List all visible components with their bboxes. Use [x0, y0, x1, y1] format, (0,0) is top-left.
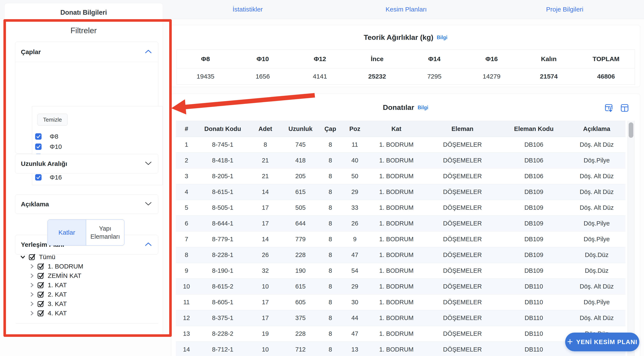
checked-checkbox[interactable] [35, 133, 42, 140]
table-row: 108-615-2106158291. BODRUMDÖŞEMELERDB110… [176, 279, 626, 295]
chevron-right-icon[interactable] [30, 273, 34, 279]
tree-row-floor[interactable]: 2. KAT [30, 290, 67, 299]
table-cell: 17 [248, 295, 282, 310]
table-cell: 1. BODRUM [368, 295, 425, 310]
new-cut-plan-button[interactable]: + YENİ KESİM PLANI [565, 333, 639, 351]
toggle-yapi-elemanlari[interactable]: Yapı Elemanları [86, 220, 124, 245]
table-cell: 190 [282, 263, 318, 279]
tree-checkbox[interactable] [38, 273, 44, 279]
tab-kesim-planlari[interactable]: Kesim Planları [386, 6, 427, 13]
chevron-up-icon [145, 242, 152, 247]
diameter-option[interactable]: Φ10 [35, 142, 62, 152]
table-scrollbar-thumb[interactable] [629, 122, 633, 138]
tree-row-root[interactable]: Tümü [20, 252, 56, 262]
table-cell: DÖŞEMELER [425, 216, 500, 231]
table-cell: DÖŞEMELER [425, 168, 500, 184]
table-row: 78-779-114779891. BODRUMDÖŞEMELERDB109Dö… [176, 231, 626, 247]
tree-checkbox[interactable] [38, 291, 44, 298]
tree-floor-label: 2. KAT [48, 291, 67, 298]
diameter-option[interactable]: Φ16 [35, 172, 62, 182]
table-cell: 1. BODRUM [368, 137, 425, 152]
rebar-column-header: Çap [318, 121, 342, 137]
tree-row-floor[interactable]: 1. BODRUM [30, 262, 83, 271]
table-cell: 8 [318, 200, 342, 215]
tree-row-floor[interactable]: 1. KAT [30, 280, 67, 290]
table-cell: 8-615-1 [197, 184, 248, 200]
tab-proje-bilgileri[interactable]: Proje Bilgileri [546, 6, 583, 13]
tree-row-floor[interactable]: 4. KAT [30, 309, 67, 318]
table-cell: Döş.Düz [568, 263, 626, 279]
table-cell: 8 [248, 137, 282, 152]
table-cell: 5 [176, 200, 197, 215]
diameter-option[interactable]: Φ8 [35, 131, 58, 142]
tree-checkbox[interactable] [38, 301, 44, 307]
weights-column-header: TOPLAM [578, 50, 635, 68]
table-cell: 26 [342, 216, 368, 231]
table-cell: 8 [318, 168, 342, 184]
chevron-right-icon[interactable] [30, 282, 34, 288]
weights-column-header: Φ10 [234, 50, 292, 68]
table-cell: 1. BODRUM [368, 153, 425, 168]
tab-istatistikler[interactable]: İstatistikler [232, 6, 263, 13]
table-cell: DÖŞEMELER [425, 295, 500, 310]
checked-checkbox[interactable] [35, 174, 42, 181]
weights-card: Teorik Ağırlıklar (kg) Bilgi Φ8Φ10Φ12İnc… [171, 25, 640, 87]
tab-donati-bilgileri[interactable]: Donatı Bilgileri [4, 9, 163, 16]
table-cell: DB106 [500, 168, 568, 184]
tree-floor-label: ZEMİN KAT [48, 272, 82, 279]
table-cell: 8 [176, 247, 197, 263]
section-aciklama[interactable]: Açıklama [15, 194, 158, 214]
table-row: 68-644-1176448261. BODRUMDÖŞEMELERDB109D… [176, 216, 626, 231]
chevron-right-icon[interactable] [30, 301, 34, 307]
clear-filters-button[interactable]: Temizle [37, 114, 68, 126]
table-cell: 30 [342, 295, 368, 310]
tree-checkbox[interactable] [38, 263, 44, 270]
section-caplar: Çaplar Temizle Φ8Φ10Φ12Φ14Φ16 [15, 42, 158, 153]
chevron-down-icon [145, 161, 152, 166]
filters-title: Filtreler [4, 26, 163, 35]
table-cell: 8-745-1 [197, 137, 248, 152]
table-cell: 8 [318, 153, 342, 168]
chevron-down-icon[interactable] [20, 254, 26, 260]
tree-checkbox[interactable] [29, 254, 36, 260]
table-cell: 11 [176, 295, 197, 310]
weights-column-header: Φ8 [177, 50, 234, 68]
table-cell: 9 [176, 263, 197, 279]
tree-checkbox[interactable] [38, 282, 44, 288]
table-export-icon[interactable] [604, 103, 614, 113]
rebar-app: İstatistikler Kesim Planları Proje Bilgi… [0, 0, 644, 356]
rebar-column-header: Açıklama [568, 121, 626, 137]
table-cell: 13 [342, 342, 368, 356]
table-cell: 8 [318, 184, 342, 200]
table-columns-icon[interactable] [620, 103, 629, 113]
tree-row-floor[interactable]: 3. KAT [30, 299, 67, 309]
table-row: 28-418-1214188401. BODRUMDÖŞEMELERDB106D… [176, 153, 626, 168]
table-cell: 13 [176, 326, 197, 342]
table-cell: 10 [248, 342, 282, 356]
table-cell: Döş. Alt Düz [568, 168, 626, 184]
chevron-right-icon[interactable] [30, 263, 34, 269]
toggle-katlar[interactable]: Katlar [48, 220, 86, 245]
tree-checkbox[interactable] [38, 310, 44, 316]
table-row: 128-375-1173758441. BODRUMDÖŞEMELERDB110… [176, 310, 626, 326]
rebar-info-link[interactable]: Bilgi [418, 105, 428, 110]
table-cell: DÖŞEMELER [425, 200, 500, 215]
section-caplar-header[interactable]: Çaplar [15, 42, 158, 62]
checked-checkbox[interactable] [35, 143, 42, 150]
tree-row-floor[interactable]: ZEMİN KAT [30, 271, 82, 280]
table-cell: 8 [318, 137, 342, 152]
table-cell: 8-190-1 [197, 263, 248, 279]
table-cell: 50 [342, 168, 368, 184]
weights-info-link[interactable]: Bilgi [437, 35, 448, 40]
table-row: 118-605-1176058301. BODRUMDÖŞEMELERDB110… [176, 295, 626, 310]
table-cell: DB106 [500, 153, 568, 168]
tree-root-label: Tümü [39, 253, 56, 261]
chevron-right-icon[interactable] [30, 310, 34, 316]
weights-value: 46806 [578, 68, 635, 84]
table-cell: 605 [282, 295, 318, 310]
tree-floor-label: 1. KAT [48, 282, 67, 289]
chevron-right-icon[interactable] [30, 292, 34, 298]
section-uzunluk-araligi[interactable]: Uzunluk Aralığı [15, 154, 158, 174]
table-cell: Döş. Alt Düz [568, 279, 626, 294]
table-cell: 1. BODRUM [368, 326, 425, 342]
